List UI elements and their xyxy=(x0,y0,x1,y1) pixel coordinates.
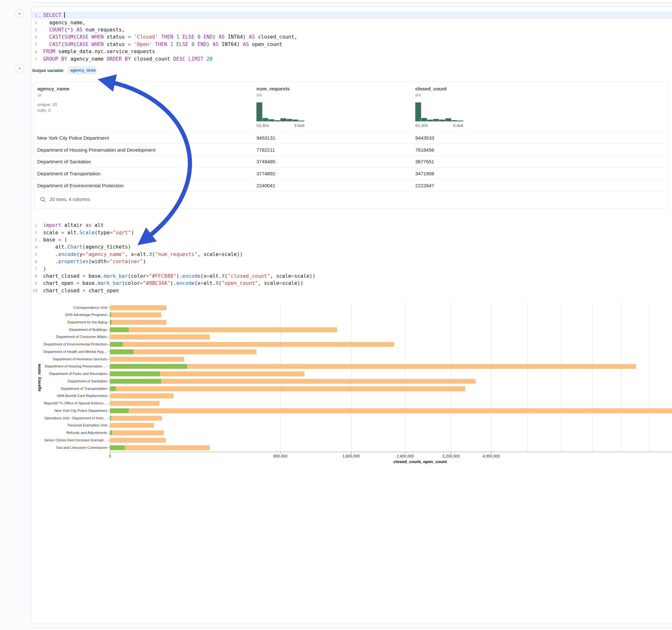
code-text: .properties(width="container") xyxy=(43,259,146,264)
x-axis-tick-label: 0 xyxy=(109,454,111,459)
y-axis-tick xyxy=(107,381,110,382)
chevron-spacer xyxy=(37,247,43,248)
output-variable-label: Output variable: xyxy=(32,68,65,73)
code-text: alt.Chart(agency_tickets) xyxy=(43,244,131,250)
line-number: 6 xyxy=(31,49,37,54)
code-line-3[interactable]: 3⌄base = ( xyxy=(31,236,672,243)
chevron-spacer xyxy=(37,51,43,52)
bar-open-count xyxy=(110,342,123,347)
code-text: GROUP BY agency_name ORDER BY closed_cou… xyxy=(43,56,213,62)
y-axis-tick xyxy=(107,418,110,418)
x-axis-tick xyxy=(110,452,110,454)
line-number: 4 xyxy=(31,245,37,249)
code-line-2[interactable]: 2scale = alt.Scale(type="sqrt") xyxy=(31,229,672,236)
y-axis-label: Department for the Aging xyxy=(0,320,107,324)
line-number: 3 xyxy=(31,237,37,242)
code-line-6[interactable]: 6FROM sample_data.nyc.service_requests xyxy=(31,48,672,55)
y-axis-tick xyxy=(107,396,110,396)
y-axis-label: Operations Unit - Department of Hom… xyxy=(0,416,107,420)
line-number: 7 xyxy=(31,266,37,271)
x-axis-tick-label: 800,000 xyxy=(273,454,287,459)
y-axis-tick xyxy=(107,366,110,367)
code-line-1[interactable]: 1⌄SELECT xyxy=(31,12,672,19)
table-row[interactable]: Department of Housing Preservation and D… xyxy=(34,144,668,155)
collapse-chevron-icon[interactable]: ⌄ xyxy=(37,238,43,242)
code-line-7[interactable]: 7) xyxy=(31,265,672,272)
y-axis-label: Taxi and Limousine Commission xyxy=(0,445,107,450)
code-line-3[interactable]: 3 COUNT(*) AS num_requests, xyxy=(31,26,672,33)
code-line-8[interactable]: 8chart_closed = base.mark_bar(color="#FF… xyxy=(31,272,672,280)
table-footer: 20 rows, 4 columns xyxy=(40,196,90,202)
add-cell-button-middle[interactable]: + xyxy=(15,64,24,73)
bar-closed-count xyxy=(110,423,154,428)
column-header: agency_name xyxy=(37,86,69,91)
y-axis-tick xyxy=(107,440,110,440)
y-axis-label: New York City Police Department xyxy=(0,409,107,413)
table-row[interactable]: New York City Police Department945313194… xyxy=(34,131,668,144)
altair-chart: closed_count, open_count agency_name Cor… xyxy=(0,300,672,477)
code-line-4[interactable]: 4 CAST(SUM(CASE WHEN status = 'Closed' T… xyxy=(31,33,672,41)
notebook-page: + + 1⌄SELECT 2 agency_name,3 COUNT(*) AS… xyxy=(0,0,672,630)
output-variable-chip[interactable]: agency_tickets xyxy=(68,67,96,74)
y-axis-label: Personal Exemption Unit xyxy=(0,423,107,427)
y-axis-label: Department of Homeless Services xyxy=(0,357,107,361)
add-cell-button-top[interactable]: + xyxy=(15,9,24,18)
bar-open-count xyxy=(110,327,129,332)
gridline xyxy=(561,303,561,452)
table-body: New York City Police Department945313194… xyxy=(34,131,668,192)
code-line-2[interactable]: 2 agency_name, xyxy=(31,19,672,26)
line-number: 2 xyxy=(31,230,37,235)
sql-editor[interactable]: 1⌄SELECT 2 agency_name,3 COUNT(*) AS num… xyxy=(31,12,672,63)
code-line-6[interactable]: 6 .properties(width="container") xyxy=(31,258,672,265)
y-axis-tick xyxy=(107,344,110,345)
chevron-spacer xyxy=(37,261,43,262)
gridline xyxy=(491,303,491,452)
code-line-5[interactable]: 5 .encode(y="agency_name", x=alt.X("num_… xyxy=(31,251,672,258)
bar-closed-count xyxy=(110,393,173,398)
bar-open-count xyxy=(110,349,134,354)
y-axis-label: Department of Transportation xyxy=(0,387,107,390)
y-axis-line xyxy=(110,303,110,452)
collapse-chevron-icon[interactable]: ⌄ xyxy=(37,13,43,18)
code-line-9[interactable]: 9chart_open = base.mark_bar(color="#8BC3… xyxy=(31,280,672,287)
search-icon[interactable] xyxy=(40,196,46,202)
code-text: .encode(y="agency_name", x=alt.X("num_re… xyxy=(43,251,243,257)
table-row[interactable]: Department of Transportation377489234719… xyxy=(34,167,668,179)
code-line-10[interactable]: 10chart_closed + chart_open xyxy=(31,287,672,294)
y-axis-tick xyxy=(107,359,110,359)
line-number: 1 xyxy=(31,223,37,228)
histogram-max-label: 9.5e6 xyxy=(257,123,304,128)
table-row[interactable]: Department of Environmental Protection22… xyxy=(34,179,668,191)
line-number: 8 xyxy=(31,273,37,278)
code-line-5[interactable]: 5 CAST(SUM(CASE WHEN status = 'Open' THE… xyxy=(31,41,672,48)
code-line-4[interactable]: 4 alt.Chart(agency_tickets) xyxy=(31,243,672,250)
table-row[interactable]: Department of Sanitation37494853677651 xyxy=(34,155,668,168)
code-line-1[interactable]: 1import altair as alt xyxy=(31,222,672,229)
y-axis-tick xyxy=(107,352,110,352)
line-number: 6 xyxy=(31,259,37,264)
bar-open-count xyxy=(110,312,111,317)
bar-closed-count xyxy=(110,408,672,413)
table-cell-closed_count: 3677651 xyxy=(415,159,434,164)
bar-closed-count xyxy=(110,379,476,384)
y-axis-tick xyxy=(107,322,110,322)
code-line-7[interactable]: 7GROUP BY agency_name ORDER BY closed_co… xyxy=(31,55,672,62)
x-axis-tick xyxy=(405,452,406,454)
table-cell-agency_name: New York City Police Department xyxy=(37,135,109,140)
code-text: COUNT(*) AS num_requests, xyxy=(43,27,125,33)
y-axis-label: Department of Buildings xyxy=(0,328,107,332)
line-number: 4 xyxy=(31,35,37,40)
bar-open-count xyxy=(110,386,116,391)
line-number: 3 xyxy=(31,27,37,32)
gridline xyxy=(621,303,622,452)
y-axis-tick xyxy=(107,308,110,308)
bar-closed-count xyxy=(110,357,184,362)
y-axis-label: Department of Housing Preservation … xyxy=(0,364,107,368)
y-axis-tick xyxy=(107,330,110,330)
python-editor[interactable]: 1import altair as alt2scale = alt.Scale(… xyxy=(31,222,672,294)
gridline xyxy=(649,303,649,452)
y-axis-label: Department of Health and Mental Hyg… xyxy=(0,350,107,354)
x-axis-tick xyxy=(451,452,451,454)
table-cell-closed_count: 7618456 xyxy=(415,147,434,152)
line-number: 7 xyxy=(31,56,37,61)
